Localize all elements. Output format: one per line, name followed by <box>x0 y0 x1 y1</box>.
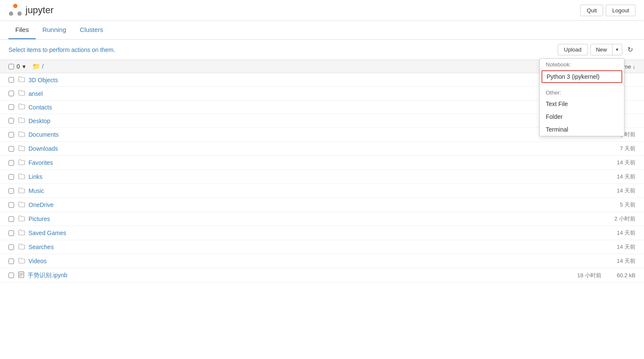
folder-icon <box>18 173 25 181</box>
row-checkbox[interactable] <box>9 216 14 222</box>
select-all-checkbox[interactable] <box>9 64 14 69</box>
file-time: 14 天前 <box>617 243 635 251</box>
folder-icon <box>18 117 25 124</box>
file-name-link[interactable]: ansel <box>28 90 43 97</box>
logo: jupyter <box>9 3 54 17</box>
file-name-link[interactable]: 手势识别.ipynb <box>28 272 67 279</box>
select-message: Select items to perform actions on them. <box>9 46 115 53</box>
file-name-link[interactable]: Favorites <box>28 159 53 166</box>
svg-point-1 <box>9 11 13 16</box>
file-name-link[interactable]: Videos <box>28 258 47 264</box>
folder-icon <box>18 159 25 167</box>
row-checkbox[interactable] <box>9 132 14 138</box>
table-row: Videos14 天前 <box>0 254 644 268</box>
folder-icon <box>18 103 25 111</box>
file-name-link[interactable]: Links <box>28 173 43 180</box>
svg-point-2 <box>17 11 22 16</box>
folder-icon <box>18 76 25 83</box>
tab-running[interactable]: Running <box>36 21 73 39</box>
sort-icon: ↓ <box>633 63 636 70</box>
row-checkbox[interactable] <box>9 104 14 110</box>
row-checkbox[interactable] <box>9 273 14 278</box>
count-dropdown[interactable]: ▾ <box>23 63 26 70</box>
file-name-link[interactable]: Saved Games <box>28 230 66 236</box>
new-dropdown-menu: Notebook: Python 3 (ipykernel) Other: Te… <box>539 58 624 136</box>
row-checkbox[interactable] <box>9 146 14 152</box>
file-size: 60.2 kB <box>610 272 635 279</box>
folder-option[interactable]: Folder <box>540 110 624 123</box>
toolbar: Select items to perform actions on them.… <box>0 40 644 60</box>
tab-files[interactable]: Files <box>9 21 36 39</box>
folder-icon <box>18 145 25 152</box>
dropdown-divider <box>540 85 624 85</box>
file-name-link[interactable]: 3D Objects <box>28 77 58 83</box>
other-section-label: Other: <box>540 87 624 98</box>
row-checkbox[interactable] <box>9 118 14 123</box>
row-checkbox[interactable] <box>9 77 14 83</box>
logout-button[interactable]: Logout <box>606 5 635 16</box>
row-checkbox[interactable] <box>9 202 14 208</box>
row-checkbox[interactable] <box>9 230 14 236</box>
row-checkbox[interactable] <box>9 91 14 96</box>
folder-icon <box>18 258 25 265</box>
breadcrumb-slash[interactable]: / <box>42 63 44 70</box>
file-name-link[interactable]: Documents <box>28 131 59 138</box>
file-time: 14 天前 <box>617 173 635 181</box>
new-button-label: New <box>591 44 613 55</box>
folder-icon <box>18 230 25 237</box>
header: jupyter Quit Logout <box>0 0 644 21</box>
file-name-link[interactable]: Pictures <box>28 215 50 222</box>
new-button-caret: ▾ <box>613 45 622 55</box>
file-name-link[interactable]: OneDrive <box>28 201 54 208</box>
row-checkbox[interactable] <box>9 160 14 166</box>
text-file-option[interactable]: Text File <box>540 98 624 110</box>
folder-icon <box>18 90 25 97</box>
table-row: Pictures2 小时前 <box>0 212 644 226</box>
table-row: Searches14 天前 <box>0 240 644 254</box>
file-name-link[interactable]: Contacts <box>28 104 52 111</box>
folder-icon <box>18 187 25 195</box>
tabs-bar: Files Running Clusters <box>0 21 644 40</box>
row-checkbox[interactable] <box>9 244 14 250</box>
file-name-link[interactable]: Desktop <box>28 118 50 124</box>
file-name-link[interactable]: Music <box>28 187 44 194</box>
file-count: 0 <box>17 63 20 70</box>
file-time: 18 小时前 <box>577 272 601 279</box>
table-row: 手势识别.ipynb18 小时前60.2 kB <box>0 268 644 283</box>
refresh-button[interactable]: ↻ <box>625 44 635 55</box>
file-time: 14 天前 <box>617 159 635 167</box>
file-time: 5 天前 <box>620 201 635 209</box>
row-checkbox[interactable] <box>9 258 14 264</box>
toolbar-right: Upload New ▾ ↻ Notebook: Python 3 (ipyke… <box>558 44 635 55</box>
select-text: Select items to perform actions on <box>9 46 99 53</box>
folder-icon <box>18 131 25 138</box>
file-name-link[interactable]: Downloads <box>28 145 58 152</box>
file-time: 14 天前 <box>617 229 635 237</box>
header-buttons: Quit Logout <box>580 5 635 16</box>
notebook-section-label: Notebook: <box>540 59 624 69</box>
file-name-link[interactable]: Searches <box>28 244 54 250</box>
upload-button[interactable]: Upload <box>558 44 588 55</box>
tab-clusters[interactable]: Clusters <box>73 21 110 39</box>
folder-icon <box>18 244 25 251</box>
table-row: OneDrive5 天前 <box>0 198 644 212</box>
quit-button[interactable]: Quit <box>580 5 603 16</box>
breadcrumb: 📁 / <box>32 63 44 70</box>
table-row: Music14 天前 <box>0 184 644 198</box>
jupyter-logo-icon <box>9 3 22 17</box>
new-button[interactable]: New ▾ <box>590 44 622 55</box>
terminal-option[interactable]: Terminal <box>540 123 624 136</box>
svg-point-0 <box>13 4 17 8</box>
file-time: 14 天前 <box>617 257 635 265</box>
python3-option[interactable]: Python 3 (ipykernel) <box>541 70 622 83</box>
table-row: Links14 天前 <box>0 170 644 184</box>
table-row: Downloads7 天前 <box>0 142 644 156</box>
file-time: 2 小时前 <box>614 215 635 223</box>
row-checkbox[interactable] <box>9 188 14 194</box>
folder-icon <box>18 215 25 223</box>
file-time: 7 天前 <box>620 145 635 152</box>
header-check-area: 0 ▾ <box>9 63 26 70</box>
table-row: Saved Games14 天前 <box>0 226 644 240</box>
table-row: Favorites14 天前 <box>0 156 644 170</box>
row-checkbox[interactable] <box>9 174 14 180</box>
